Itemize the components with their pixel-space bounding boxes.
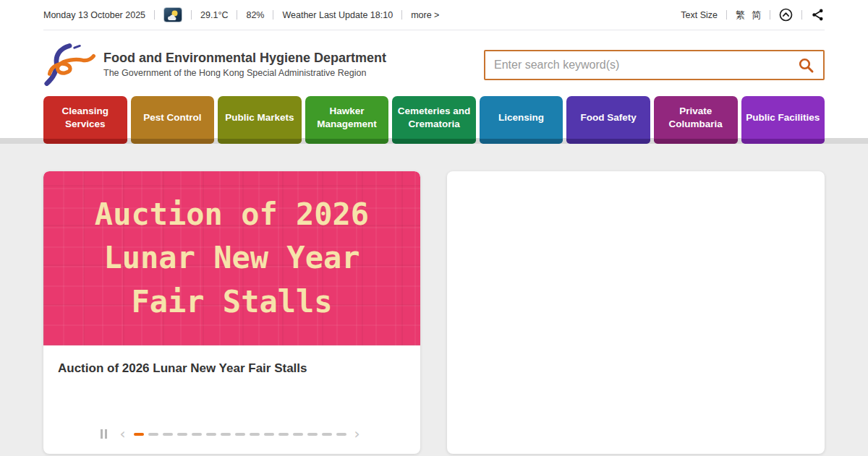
humidity-text: 82% [246, 10, 264, 20]
topbar: Monday 13 October 2025 29.1°C 82% Weathe… [0, 0, 868, 30]
nav-tab-label: Licensing [498, 111, 544, 124]
share-button[interactable] [811, 8, 825, 22]
carousel-dot-12[interactable] [293, 433, 303, 436]
logo-text-block: Food and Environmental Hygiene Departmen… [103, 51, 386, 78]
carousel-caption-link[interactable]: Auction of 2026 Lunar New Year Fair Stal… [43, 345, 420, 376]
nav-tab-label: Cleansing Services [47, 105, 124, 130]
nav-tab-label: Cemeteries and Crematoria [396, 105, 472, 130]
divider [726, 10, 727, 20]
banner-line: Auction of 2026 [95, 193, 369, 236]
nav-tab-cleansing-services[interactable]: Cleansing Services [43, 96, 127, 144]
carousel-prev-button[interactable]: ‹ [120, 429, 126, 439]
divider [801, 10, 802, 20]
nav-tab-public-facilities[interactable]: Public Facilities [741, 96, 825, 144]
divider [191, 10, 192, 20]
divider [770, 10, 770, 20]
header: Food and Environmental Hygiene Departmen… [0, 30, 868, 86]
nav-tab-label: Food Safety [581, 111, 637, 124]
topbar-weather-group: Monday 13 October 2025 29.1°C 82% Weathe… [43, 7, 439, 22]
carousel-controls: ‹ › [43, 429, 420, 454]
search-box [484, 50, 825, 80]
carousel-dot-9[interactable] [250, 433, 260, 436]
site-subtitle: The Government of the Hong Kong Special … [103, 68, 386, 78]
carousel-dot-1[interactable] [134, 433, 144, 436]
carousel-slide-image[interactable]: Auction of 2026 Lunar New Year Fair Stal… [43, 171, 420, 345]
fehd-logo[interactable]: Food and Environmental Hygiene Departmen… [43, 43, 386, 86]
main-content: Auction of 2026 Lunar New Year Fair Stal… [0, 144, 868, 456]
carousel-spacer [43, 376, 420, 429]
carousel-dot-4[interactable] [177, 433, 187, 436]
search-button[interactable] [792, 57, 814, 74]
nav-tab-public-markets[interactable]: Public Markets [218, 96, 302, 144]
weather-update-text: Weather Last Update 18:10 [282, 10, 393, 20]
carousel-dot-11[interactable] [278, 433, 289, 436]
text-size-button[interactable]: Text Size [681, 10, 718, 20]
carousel-next-button[interactable]: › [354, 429, 360, 439]
divider [273, 10, 273, 20]
carousel-dots [134, 433, 346, 436]
carousel-pause-button[interactable] [101, 429, 107, 439]
carousel-card: Auction of 2026 Lunar New Year Fair Stal… [43, 171, 420, 454]
carousel-dot-15[interactable] [336, 433, 346, 436]
topbar-tools-group: Text Size 繁 简 [681, 8, 825, 22]
nav-tab-hawker-management[interactable]: Hawker Management [305, 96, 389, 144]
site-title: Food and Environmental Hygiene Departmen… [103, 51, 386, 66]
circle-chevron-up-icon [779, 8, 793, 22]
carousel-dot-10[interactable] [264, 433, 274, 436]
nav-tab-pest-control[interactable]: Pest Control [131, 96, 215, 144]
nav-tab-food-safety[interactable]: Food Safety [566, 96, 650, 144]
share-icon [811, 8, 825, 22]
divider [154, 10, 155, 20]
date-text: Monday 13 October 2025 [43, 10, 145, 20]
language-switcher: 繁 简 [736, 9, 761, 22]
content-panel [447, 171, 825, 454]
nav-tab-licensing[interactable]: Licensing [480, 96, 563, 144]
search-icon [798, 57, 814, 74]
fehd-logo-icon [43, 43, 98, 86]
carousel-dot-5[interactable] [192, 433, 202, 436]
carousel-dot-14[interactable] [322, 433, 332, 436]
nav-tab-label: Pest Control [143, 111, 201, 124]
nav-tab-private-columbaria[interactable]: Private Columbaria [654, 96, 738, 144]
night-partly-cloudy-icon [166, 9, 180, 21]
nav-tab-label: Hawker Management [309, 105, 386, 130]
nav-tab-label: Public Markets [225, 111, 294, 124]
carousel-dot-13[interactable] [307, 433, 318, 436]
weather-icon[interactable] [163, 7, 182, 22]
carousel-dot-7[interactable] [221, 433, 231, 436]
nav-tab-label: Private Columbaria [658, 105, 734, 130]
carousel-dot-3[interactable] [163, 433, 173, 436]
lang-traditional-chinese-link[interactable]: 繁 [736, 9, 745, 22]
divider [401, 10, 402, 20]
banner-line: Fair Stalls [131, 280, 332, 324]
banner-line: Lunar New Year [103, 236, 359, 280]
carousel-dot-8[interactable] [235, 433, 245, 436]
divider [237, 10, 237, 20]
main-nav: Cleansing ServicesPest ControlPublic Mar… [43, 96, 825, 144]
accessibility-button[interactable] [779, 8, 793, 22]
carousel-dot-6[interactable] [206, 433, 216, 436]
search-input[interactable] [494, 59, 792, 72]
weather-more-link[interactable]: more > [411, 10, 439, 20]
nav-tab-label: Public Facilities [746, 111, 820, 124]
lang-simplified-chinese-link[interactable]: 简 [752, 9, 761, 22]
temperature-text: 29.1°C [200, 10, 228, 20]
carousel-dot-2[interactable] [148, 433, 158, 436]
nav-tab-cemeteries-and-crematoria[interactable]: Cemeteries and Crematoria [392, 96, 476, 144]
